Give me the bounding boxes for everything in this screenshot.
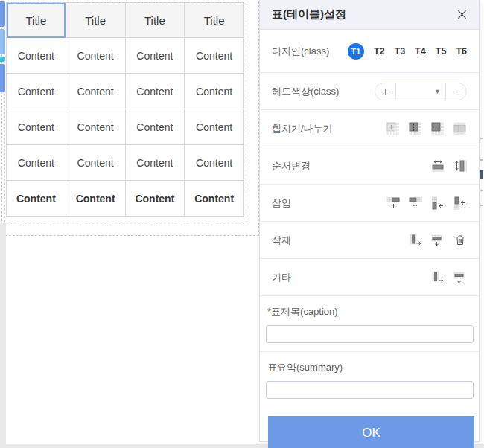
- toolbar-button-3[interactable]: [0, 57, 5, 62]
- tool-rows: 합치기/나누기순서변경삽입삭제기타: [260, 110, 479, 296]
- tool-row-label: 합치기/나누기: [272, 122, 333, 135]
- design-label: 디자인(class): [272, 45, 329, 58]
- head-color-minus-button[interactable]: −: [446, 83, 466, 100]
- etc-column-icon[interactable]: [431, 271, 445, 284]
- tool-row-label: 기타: [272, 271, 291, 284]
- design-option-t6[interactable]: T6: [456, 46, 467, 57]
- chevron-down-icon: ▼: [434, 88, 441, 95]
- dialog-header: 표(테이블)설정: [260, 0, 479, 30]
- tool-row: 삽입: [260, 185, 479, 222]
- table-row: ContentContentContentContent: [7, 145, 244, 181]
- table-header-cell[interactable]: Title: [66, 3, 125, 38]
- insert-column-left-icon[interactable]: [431, 196, 445, 210]
- dialog-title: 표(테이블)설정: [272, 7, 346, 22]
- insert-column-right-icon[interactable]: [453, 196, 467, 210]
- tool-row-icons: [386, 196, 467, 210]
- page-edge-fragments: [480, 0, 484, 444]
- table-cell[interactable]: Content: [7, 145, 66, 181]
- design-row: 디자인(class) T1T2T3T4T5T6: [260, 30, 479, 73]
- toolbar-button-4[interactable]: [0, 64, 5, 92]
- table-cell[interactable]: Content: [185, 109, 244, 145]
- tool-row-icons: [431, 159, 467, 173]
- tool-row: 기타: [260, 259, 479, 296]
- tool-row-icons: [409, 234, 467, 247]
- table-cell[interactable]: Content: [7, 109, 66, 145]
- tool-row-label: 삽입: [272, 196, 291, 210]
- delete-row-icon[interactable]: [431, 234, 445, 247]
- table-cell[interactable]: Content: [125, 38, 185, 74]
- design-option-t4[interactable]: T4: [415, 46, 426, 57]
- tool-row-label: 순서변경: [272, 159, 311, 173]
- table-row: ContentContentContentContent: [7, 181, 244, 217]
- merge-cells-icon[interactable]: [386, 122, 400, 135]
- page-background-left: [0, 223, 6, 448]
- table-cell[interactable]: Content: [66, 181, 125, 217]
- head-color-control: + ▼ −: [375, 83, 467, 100]
- toolbar-button-1[interactable]: [0, 1, 5, 27]
- page: TitleTitleTitleTitleContentContentConten…: [0, 0, 484, 448]
- insert-row-below-icon[interactable]: [409, 196, 422, 210]
- table-row: ContentContentContentContent: [7, 74, 244, 109]
- design-option-t5[interactable]: T5: [436, 46, 447, 57]
- table-cell[interactable]: Content: [185, 181, 244, 217]
- table-cell[interactable]: Content: [185, 74, 244, 109]
- split-cell-horizontal-icon[interactable]: [431, 122, 445, 135]
- tool-row: 순서변경: [260, 147, 479, 185]
- head-color-plus-button[interactable]: +: [375, 83, 395, 100]
- table-row: ContentContentContentContent: [7, 38, 244, 74]
- table-cell[interactable]: Content: [7, 38, 66, 74]
- table-cell[interactable]: Content: [66, 74, 125, 109]
- table-cell[interactable]: Content: [7, 181, 66, 217]
- design-options: T1T2T3T4T5T6: [348, 43, 467, 60]
- delete-column-icon[interactable]: [409, 234, 422, 247]
- caption-input[interactable]: [266, 325, 474, 343]
- table-cell[interactable]: Content: [125, 181, 185, 217]
- head-color-select[interactable]: ▼: [395, 83, 446, 100]
- table-settings-dialog: 표(테이블)설정 디자인(class) T1T2T3T4T5T6 헤드색상(cl…: [259, 0, 480, 442]
- preview-table: TitleTitleTitleTitleContentContentConten…: [6, 2, 244, 217]
- side-toolbar: [0, 0, 6, 97]
- unmerge-cells-icon[interactable]: [453, 122, 467, 135]
- etc-row-icon[interactable]: [453, 271, 467, 284]
- head-color-row: 헤드색상(class) + ▼ −: [260, 73, 479, 110]
- trash-icon[interactable]: [453, 234, 467, 247]
- tool-row-label: 삭제: [272, 234, 291, 247]
- table-cell[interactable]: Content: [185, 145, 244, 181]
- table-header-cell[interactable]: Title: [125, 3, 185, 38]
- tool-row: 합치기/나누기: [260, 110, 479, 147]
- insert-row-above-icon[interactable]: [386, 196, 400, 210]
- ok-button[interactable]: OK: [268, 416, 474, 448]
- tool-row-icons: [431, 271, 467, 284]
- close-button[interactable]: [455, 8, 468, 22]
- table-cell[interactable]: Content: [125, 109, 185, 145]
- tool-row-icons: [386, 122, 467, 135]
- table-cell[interactable]: Content: [7, 74, 66, 109]
- close-icon: [456, 9, 468, 20]
- table-header-cell[interactable]: Title: [7, 3, 66, 38]
- move-column-icon[interactable]: [431, 159, 445, 173]
- tool-row: 삭제: [260, 222, 479, 259]
- table-row: TitleTitleTitleTitle: [7, 3, 244, 38]
- toolbar-button-2[interactable]: [0, 29, 5, 54]
- table-row: ContentContentContentContent: [7, 109, 244, 145]
- table-cell[interactable]: Content: [125, 74, 185, 109]
- move-row-icon[interactable]: [453, 159, 467, 173]
- table-cell[interactable]: Content: [66, 145, 125, 181]
- split-cell-vertical-icon[interactable]: [409, 122, 422, 135]
- table-cell[interactable]: Content: [66, 38, 125, 74]
- head-color-label: 헤드색상(class): [272, 85, 339, 98]
- caption-block: *표제목(caption): [260, 296, 479, 352]
- summary-block: 표요약(summary): [260, 352, 479, 407]
- table-cell[interactable]: Content: [66, 109, 125, 145]
- summary-label: 표요약(summary): [267, 361, 474, 374]
- table-header-cell[interactable]: Title: [185, 3, 244, 38]
- design-option-t2[interactable]: T2: [374, 46, 385, 57]
- table-cell[interactable]: Content: [185, 38, 244, 74]
- design-option-t1[interactable]: T1: [348, 43, 364, 60]
- summary-input[interactable]: [266, 381, 474, 399]
- table-cell[interactable]: Content: [125, 145, 185, 181]
- design-option-t3[interactable]: T3: [395, 46, 406, 57]
- caption-label: *표제목(caption): [267, 305, 474, 319]
